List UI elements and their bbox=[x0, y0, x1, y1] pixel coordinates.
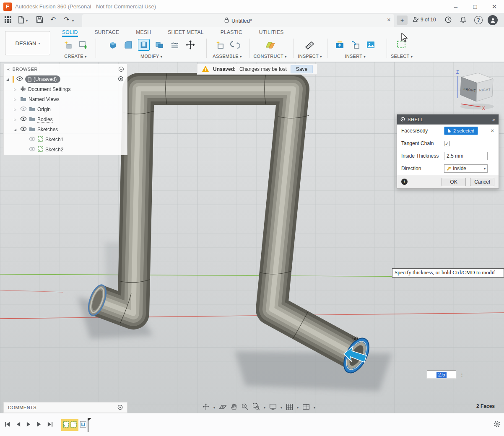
thickness-input[interactable]: 2.5 mm bbox=[444, 152, 488, 160]
viewports-icon[interactable] bbox=[302, 404, 310, 412]
group-assemble-label[interactable]: ASSEMBLE bbox=[213, 54, 239, 59]
tab-sheet-metal[interactable]: SHEET METAL bbox=[168, 29, 204, 37]
chevron-down-icon[interactable]: ▾ bbox=[264, 406, 265, 410]
move-copy-icon[interactable] bbox=[184, 39, 196, 51]
group-modify-label[interactable]: MODIFY bbox=[140, 54, 159, 59]
display-settings-icon[interactable] bbox=[269, 403, 277, 412]
help-icon[interactable]: ? bbox=[474, 16, 483, 24]
browser-row-named-views[interactable]: ▷ Named Views bbox=[4, 94, 127, 104]
expand-closed-icon[interactable]: ▷ bbox=[14, 88, 18, 91]
redo-caret-icon[interactable]: ▾ bbox=[72, 19, 74, 23]
new-tab-button[interactable]: + bbox=[397, 16, 408, 25]
notifications-bell-icon[interactable] bbox=[460, 16, 469, 24]
tangent-chain-checkbox[interactable]: ✓ bbox=[444, 141, 449, 146]
zoom-icon[interactable] bbox=[241, 403, 249, 412]
file-menu-caret-icon[interactable]: ▾ bbox=[26, 19, 28, 23]
insert-derive-icon[interactable] bbox=[349, 39, 361, 51]
circle-minus-icon[interactable]: – bbox=[119, 67, 124, 72]
press-pull-icon[interactable] bbox=[107, 39, 119, 51]
browser-row-origin[interactable]: ▷ Origin bbox=[4, 104, 127, 114]
comments-bar[interactable]: COMMENTS bbox=[3, 402, 127, 413]
workspace-selector[interactable]: DESIGN ▾ bbox=[5, 31, 50, 55]
eye-icon[interactable] bbox=[16, 76, 23, 82]
browser-header[interactable]: « BROWSER – bbox=[4, 64, 127, 74]
create-component-icon[interactable] bbox=[62, 39, 74, 51]
minimize-button[interactable]: – bbox=[446, 0, 465, 13]
tab-mesh[interactable]: MESH bbox=[136, 29, 151, 37]
pan-hand-icon[interactable] bbox=[231, 403, 237, 412]
measure-icon[interactable] bbox=[304, 39, 316, 51]
view-cube[interactable]: FRONT RIGHT Z X bbox=[449, 68, 504, 116]
expand-closed-icon[interactable]: ▷ bbox=[14, 108, 18, 112]
viewport[interactable]: 50 « BROWSER – ◢ (Unsaved) ▷ Document Se… bbox=[0, 62, 504, 413]
timeline-position-marker[interactable] bbox=[88, 418, 88, 432]
avatar[interactable] bbox=[488, 15, 498, 25]
document-tab[interactable]: Untitled* ✕ bbox=[82, 14, 394, 27]
activate-target-icon[interactable] bbox=[118, 76, 124, 83]
root-component[interactable]: (Unsaved) bbox=[25, 75, 60, 83]
browser-row-bodies[interactable]: ▷ Bodies bbox=[4, 114, 127, 125]
browser-row-sketch1[interactable]: Sketch1 bbox=[4, 135, 127, 145]
chevron-down-icon[interactable]: ▾ bbox=[281, 406, 282, 410]
expand-open-icon[interactable]: ◢ bbox=[14, 128, 18, 132]
dialog-expand-icon[interactable]: » bbox=[492, 117, 495, 122]
group-select-label[interactable]: SELECT bbox=[391, 54, 409, 59]
maximize-button[interactable]: □ bbox=[465, 0, 485, 13]
file-menu-icon[interactable] bbox=[18, 16, 27, 24]
sweep-icon[interactable] bbox=[169, 39, 181, 51]
app-grid-icon[interactable] bbox=[4, 16, 13, 24]
eye-icon[interactable] bbox=[20, 127, 27, 132]
go-to-end-icon[interactable] bbox=[47, 421, 53, 429]
timeline-gear-icon[interactable] bbox=[493, 420, 501, 430]
expand-closed-icon[interactable]: ▷ bbox=[14, 98, 18, 101]
undo-icon[interactable]: ↶ bbox=[50, 16, 56, 23]
save-icon[interactable] bbox=[36, 16, 45, 24]
timeline-shell-feature-icon[interactable] bbox=[80, 421, 87, 430]
info-icon[interactable]: i bbox=[401, 179, 408, 185]
go-to-start-icon[interactable] bbox=[4, 421, 10, 429]
browser-row-sketches[interactable]: ◢ Sketches bbox=[4, 125, 127, 135]
share-status[interactable]: 9 of 10 bbox=[413, 16, 436, 23]
browser-row-sketch2[interactable]: Sketch2 bbox=[4, 145, 127, 155]
eye-hidden-icon[interactable] bbox=[20, 106, 27, 112]
chevron-down-icon[interactable]: ▾ bbox=[314, 406, 315, 410]
direction-select[interactable]: Inside ▾ bbox=[444, 164, 488, 173]
new-component-icon[interactable] bbox=[214, 39, 226, 51]
cancel-button[interactable]: Cancel bbox=[470, 178, 494, 186]
chevron-down-icon[interactable]: ▾ bbox=[213, 406, 215, 410]
shell-dialog-header[interactable]: SHELL » bbox=[397, 114, 499, 125]
redo-icon[interactable]: ↷ bbox=[64, 16, 69, 23]
step-back-icon[interactable] bbox=[16, 421, 21, 429]
grid-settings-icon[interactable] bbox=[286, 403, 293, 412]
clear-selection-icon[interactable]: ✕ bbox=[491, 128, 494, 134]
tab-plastic[interactable]: PLASTIC bbox=[221, 29, 242, 37]
zoom-window-icon[interactable] bbox=[252, 403, 260, 412]
eye-icon[interactable] bbox=[20, 117, 27, 122]
job-status-icon[interactable] bbox=[444, 16, 454, 24]
eye-hidden-icon[interactable] bbox=[29, 147, 36, 153]
thickness-inline-input[interactable]: 2.5 bbox=[427, 370, 456, 379]
eye-hidden-icon[interactable] bbox=[29, 137, 36, 143]
shell-icon[interactable] bbox=[138, 39, 150, 51]
step-forward-icon[interactable] bbox=[36, 421, 42, 429]
chevron-down-icon[interactable]: ▾ bbox=[297, 406, 299, 410]
create-base-feature-icon[interactable] bbox=[78, 39, 89, 51]
tab-solid[interactable]: SOLID bbox=[62, 29, 78, 37]
close-button[interactable]: ✕ bbox=[485, 0, 504, 13]
joint-icon[interactable] bbox=[229, 39, 241, 51]
insert-svg-icon[interactable] bbox=[334, 39, 346, 51]
tab-surface[interactable]: SURFACE bbox=[95, 29, 120, 37]
combine-icon[interactable] bbox=[153, 39, 165, 51]
construction-plane-icon[interactable] bbox=[264, 39, 276, 51]
save-button[interactable]: Save bbox=[291, 65, 313, 73]
faces-select-button[interactable]: 2 selected bbox=[444, 127, 478, 135]
tab-utilities[interactable]: UTILITIES bbox=[259, 29, 284, 37]
expand-open-icon[interactable]: ◢ bbox=[6, 78, 10, 81]
group-inspect-label[interactable]: INSPECT bbox=[298, 54, 319, 59]
group-insert-label[interactable]: INSERT bbox=[345, 54, 362, 59]
expand-closed-icon[interactable]: ▷ bbox=[14, 118, 18, 122]
group-create-label[interactable]: CREATE bbox=[64, 54, 83, 59]
collapse-panel-icon[interactable]: « bbox=[7, 67, 10, 72]
drag-handle-icon[interactable]: ⋮ bbox=[459, 371, 465, 378]
browser-row-root[interactable]: ◢ (Unsaved) bbox=[4, 74, 127, 84]
